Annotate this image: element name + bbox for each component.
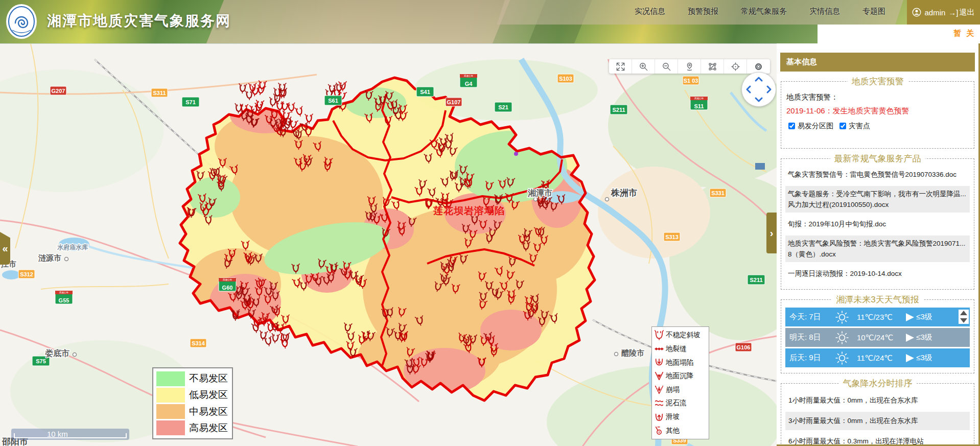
svg-text:S211: S211 bbox=[612, 107, 625, 113]
svg-text:S314: S314 bbox=[192, 340, 205, 346]
svg-text:G106: G106 bbox=[737, 344, 751, 350]
disaster-points-checkbox[interactable] bbox=[839, 123, 846, 129]
product-item[interactable]: 地质灾害气象风险预警：地质灾害气象风险预警2019071...8（黄色）.doc… bbox=[785, 236, 970, 262]
debris-flow-icon bbox=[654, 398, 664, 408]
nav-item-thematic-map[interactable]: 专题图 bbox=[862, 7, 885, 16]
disaster-point-marker[interactable] bbox=[238, 83, 247, 93]
disaster-symbol-legend: 不稳定斜坡 地裂缝 地面塌陷 地面沉降 崩塌 泥石流 滑坡 其他 bbox=[651, 326, 709, 439]
pan-down-icon bbox=[756, 98, 762, 101]
target-button[interactable] bbox=[724, 59, 747, 74]
road-shield: S313 bbox=[664, 232, 680, 241]
road-shield: S21 bbox=[495, 102, 512, 112]
city-label: 湘潭市 bbox=[527, 188, 552, 197]
rockfall-icon bbox=[654, 385, 664, 395]
forecast-scroll-arrows bbox=[959, 310, 969, 324]
svg-text:S11: S11 bbox=[694, 103, 704, 109]
nav-item-disaster-info[interactable]: 灾情信息 bbox=[809, 7, 840, 16]
disaster-point-marker[interactable] bbox=[245, 90, 253, 101]
forecast-panel: 湘潭未来3天天气预报 今天: 7日 11℃/23℃ ≤3级 明天: 8日 10℃… bbox=[781, 294, 974, 373]
main-nav: 实况信息 预警预报 常规气象服务 灾情信息 专题图 bbox=[635, 7, 885, 16]
city-label: 株洲市 bbox=[611, 188, 637, 198]
city-dot bbox=[73, 353, 77, 357]
city-dot bbox=[605, 198, 609, 201]
svg-text:G207: G207 bbox=[52, 88, 65, 94]
city-dot bbox=[65, 257, 68, 261]
legend-row: 滑坡 bbox=[654, 412, 707, 422]
map-scale: 10 km bbox=[11, 429, 129, 440]
susceptibility-map-checkbox[interactable] bbox=[788, 123, 795, 129]
svg-text:高速公路: 高速公路 bbox=[223, 278, 232, 281]
app-window: 湘潭市地质灾害气象服务网 实况信息 预警预报 常规气象服务 灾情信息 专题图 a… bbox=[0, 0, 980, 446]
city-label: 水府庙水库 bbox=[57, 244, 88, 251]
disaster-point-marker[interactable] bbox=[271, 333, 280, 344]
map-canvas[interactable]: G207S311S71S61S41G107高速公路G4S103S1 03S211… bbox=[0, 43, 777, 446]
locate-pin-button[interactable] bbox=[678, 59, 701, 74]
svg-text:G55: G55 bbox=[59, 297, 69, 303]
legend-row: 不稳定斜坡 bbox=[654, 330, 707, 340]
panel-title: 地质灾害预警 bbox=[848, 76, 908, 87]
checkbox-susceptibility-map[interactable]: 易发分区图 bbox=[786, 121, 833, 131]
polygon-select-button[interactable] bbox=[701, 59, 724, 74]
risk-zone-legend: 不易发区 低易发区 中易发区 高易发区 bbox=[152, 367, 233, 439]
legend-row: 其他 bbox=[654, 426, 707, 436]
pan-control[interactable] bbox=[741, 72, 776, 107]
scroll-up-arrow[interactable] bbox=[960, 311, 967, 315]
rain-item: 6小时雨量最大值：0.3mm，出现在洋潭电站 bbox=[785, 432, 970, 446]
road-shield: S211 bbox=[610, 105, 627, 114]
road-shield: S41 bbox=[416, 87, 434, 97]
rainfall-ranking-panel: 气象降水分时排序 1小时雨量最大值：0mm，出现在合东水库 3小时雨量最大值：0… bbox=[781, 378, 974, 446]
unstable-slope-icon bbox=[654, 330, 664, 340]
ground-subsidence-icon bbox=[654, 371, 664, 381]
ground-collapse-icon bbox=[654, 358, 664, 368]
map-label-box bbox=[755, 163, 765, 170]
legend-swatch bbox=[156, 371, 185, 386]
geo-warning-panel: 地质灾害预警 地质灾害预警： 2019-11-06：发生地质灾害黄色预警 易发分… bbox=[781, 76, 974, 149]
svg-text:S331: S331 bbox=[711, 190, 725, 196]
logout-button[interactable]: →]退出 bbox=[948, 8, 974, 17]
info-sidebar: 基本信息 地质灾害预警 地质灾害预警： 2019-11-06：发生地质灾害黄色预… bbox=[777, 43, 980, 446]
nav-item-live-info[interactable]: 实况信息 bbox=[635, 7, 665, 16]
product-item[interactable]: 一周逐日滚动预报：2019-10-14.docx bbox=[785, 266, 970, 281]
road-shield: 高速公路G55 bbox=[55, 291, 73, 304]
legend-swatch bbox=[156, 404, 185, 419]
road-shield: 高速公路G60 bbox=[219, 278, 236, 291]
legend-row: 泥石流 bbox=[654, 398, 707, 408]
rain-item: 3小时雨量最大值：0mm，出现在合东水库 bbox=[785, 412, 970, 430]
road-shield: S331 bbox=[710, 189, 726, 197]
product-item[interactable]: 气象专题服务：受冷空气南下影响，我市有一次明显降温...风力加大过程(20191… bbox=[785, 186, 970, 213]
wind-icon bbox=[906, 334, 914, 342]
username[interactable]: admin bbox=[924, 8, 945, 17]
city-dot bbox=[615, 353, 618, 356]
product-item[interactable]: 旬报：2019年10月中旬旬报.doc bbox=[785, 216, 970, 232]
svg-text:S211: S211 bbox=[750, 277, 762, 283]
road-shield: G106 bbox=[735, 343, 752, 351]
rain-item: 1小时雨量最大值：0mm，出现在合东水库 bbox=[785, 391, 970, 410]
expand-right-panel-button[interactable]: › bbox=[766, 213, 777, 253]
marquee-text: 暂关 bbox=[953, 29, 979, 38]
settings-gear-button[interactable] bbox=[747, 59, 770, 74]
road-shield: 高速公路S11 bbox=[690, 97, 708, 110]
nav-item-warning-forecast[interactable]: 预警预报 bbox=[688, 7, 718, 16]
nav-item-regular-weather-service[interactable]: 常规气象服务 bbox=[741, 7, 787, 16]
disaster-point-marker[interactable] bbox=[305, 114, 313, 124]
road-shield: S71 bbox=[182, 97, 199, 107]
road-shield: G107 bbox=[446, 98, 462, 106]
disaster-point-marker[interactable] bbox=[294, 106, 305, 118]
disaster-point-marker[interactable] bbox=[259, 331, 268, 341]
scroll-down-arrow[interactable] bbox=[960, 318, 967, 323]
zoom-out-button[interactable] bbox=[655, 59, 678, 74]
wind-icon bbox=[906, 313, 914, 321]
legend-swatch bbox=[156, 420, 185, 435]
checkbox-disaster-points[interactable]: 灾害点 bbox=[837, 121, 870, 131]
sun-icon bbox=[834, 350, 850, 366]
map-toolbar bbox=[609, 59, 770, 74]
svg-text:高速公路: 高速公路 bbox=[694, 97, 704, 100]
fullscreen-button[interactable] bbox=[609, 59, 632, 74]
purple-marker bbox=[514, 152, 518, 156]
city-dot bbox=[534, 198, 538, 201]
svg-text:高速公路: 高速公路 bbox=[59, 291, 69, 294]
svg-text:S313: S313 bbox=[665, 234, 679, 240]
forecast-row-today: 今天: 7日 11℃/23℃ ≤3级 bbox=[785, 308, 970, 326]
product-item[interactable]: 气象灾害预警信号：雷电黄色预警信号2019070336.doc bbox=[785, 167, 970, 182]
zoom-in-button[interactable] bbox=[632, 59, 655, 74]
